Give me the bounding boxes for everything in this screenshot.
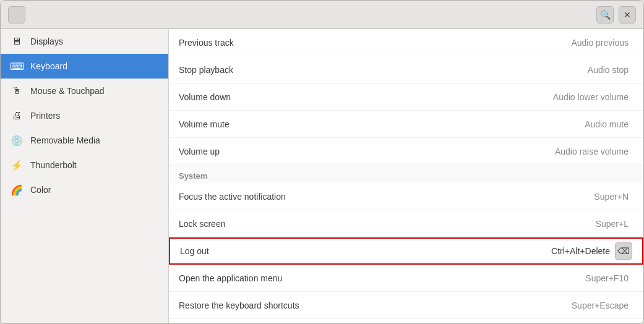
shortcut-name: Log out: [180, 246, 551, 256]
shortcut-row[interactable]: Volume muteAudio mute: [169, 111, 643, 138]
close-icon: ✕: [624, 10, 631, 20]
sidebar-item-mouse[interactable]: 🖱Mouse & Touchpad: [1, 79, 168, 103]
printers-icon: 🖨: [11, 109, 23, 122]
sidebar-item-color[interactable]: 🌈Color: [1, 177, 168, 202]
shortcut-row[interactable]: Stop playbackAudio stop: [169, 56, 643, 83]
sidebar-label-removable: Removable Media: [30, 135, 100, 145]
shortcut-name: Volume down: [179, 92, 553, 102]
shortcut-row[interactable]: Open the application menuSuper+F10: [169, 265, 643, 292]
shortcut-row[interactable]: Focus the active notificationSuper+N: [169, 183, 643, 210]
color-icon: 🌈: [11, 184, 23, 196]
shortcut-row[interactable]: Show all applicationsSuper+A: [169, 319, 643, 323]
mouse-icon: 🖱: [11, 85, 23, 97]
shortcut-name: Restore the keyboard shortcuts: [179, 301, 572, 310]
shortcut-key: Ctrl+Alt+Delete: [551, 246, 610, 256]
shortcut-name: Previous track: [179, 38, 571, 48]
shortcut-key: Audio lower volume: [553, 92, 629, 102]
main-content-area: 🖥Displays⌨Keyboard🖱Mouse & Touchpad🖨Prin…: [1, 29, 643, 323]
shortcut-key: Super+N: [594, 192, 629, 202]
sidebar-label-printers: Printers: [30, 111, 60, 121]
sidebar: 🖥Displays⌨Keyboard🖱Mouse & Touchpad🖨Prin…: [1, 29, 169, 323]
shortcut-key: Audio raise volume: [555, 147, 629, 156]
shortcut-key: Super+L: [596, 219, 629, 229]
close-button[interactable]: ✕: [619, 6, 636, 23]
shortcuts-list: Previous trackAudio previousStop playbac…: [169, 29, 643, 323]
shortcut-key: Audio stop: [588, 65, 629, 75]
sidebar-item-printers[interactable]: 🖨Printers: [1, 103, 168, 128]
shortcut-name: Open the application menu: [179, 273, 585, 283]
sidebar-item-keyboard[interactable]: ⌨Keyboard: [1, 54, 168, 79]
shortcut-row[interactable]: Previous trackAudio previous: [169, 29, 643, 56]
sidebar-label-mouse: Mouse & Touchpad: [30, 86, 105, 96]
thunderbolt-icon: ⚡: [11, 159, 23, 171]
titlebar: 🔍 ✕: [1, 1, 643, 29]
shortcut-row[interactable]: Lock screenSuper+L: [169, 210, 643, 237]
removable-icon: 💿: [11, 134, 23, 147]
settings-window: 🔍 ✕ 🖥Displays⌨Keyboard🖱Mouse & Touchpad🖨…: [0, 0, 644, 324]
shortcut-key: Audio mute: [585, 119, 629, 129]
shortcut-name: Volume up: [179, 147, 555, 156]
sidebar-item-displays[interactable]: 🖥Displays: [1, 29, 168, 54]
shortcut-key: Super+Escape: [572, 301, 629, 310]
sidebar-item-removable[interactable]: 💿Removable Media: [1, 128, 168, 153]
shortcut-name: Lock screen: [179, 219, 596, 229]
shortcut-row[interactable]: Restore the keyboard shortcutsSuper+Esca…: [169, 292, 643, 319]
displays-icon: 🖥: [11, 35, 23, 48]
keyboard-icon: ⌨: [11, 60, 23, 72]
search-icon: 🔍: [600, 10, 611, 20]
section-header-system: System: [169, 165, 643, 183]
shortcut-name: Volume mute: [179, 119, 585, 129]
sidebar-item-thunderbolt[interactable]: ⚡Thunderbolt: [1, 153, 168, 177]
titlebar-right: 🔍 ✕: [589, 6, 643, 23]
search-button[interactable]: 🔍: [596, 6, 614, 23]
shortcut-row[interactable]: Volume upAudio raise volume: [169, 138, 643, 165]
sidebar-label-color: Color: [30, 185, 51, 195]
shortcut-key: Super+F10: [585, 273, 629, 283]
shortcut-row[interactable]: Volume downAudio lower volume: [169, 83, 643, 111]
shortcut-key: Audio previous: [571, 38, 629, 48]
sidebar-label-thunderbolt: Thunderbolt: [30, 160, 77, 170]
sidebar-label-displays: Displays: [30, 36, 63, 46]
shortcut-name: Focus the active notification: [179, 192, 594, 202]
back-button[interactable]: [8, 6, 25, 23]
delete-shortcut-button[interactable]: ⌫: [615, 242, 632, 260]
titlebar-left: [1, 6, 169, 23]
shortcut-name: Stop playback: [179, 65, 588, 75]
shortcut-row[interactable]: Log outCtrl+Alt+Delete⌫: [169, 237, 643, 265]
sidebar-label-keyboard: Keyboard: [30, 61, 67, 71]
